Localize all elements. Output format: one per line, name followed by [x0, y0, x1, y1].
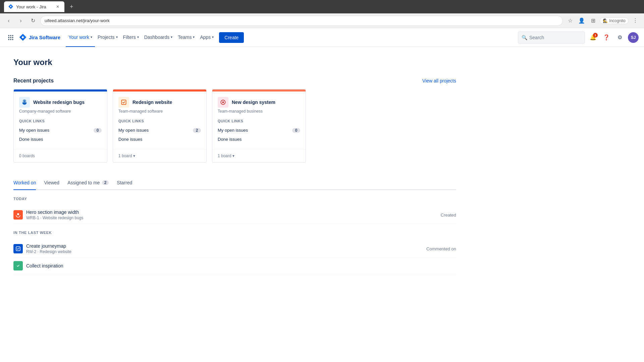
recent-projects-title: Recent projects [13, 78, 54, 84]
quick-link-open-issues-2[interactable]: My open issues 2 [118, 126, 201, 135]
browser-tab[interactable]: Your work - Jira ✕ [4, 1, 64, 12]
svg-rect-2 [12, 35, 13, 36]
project-card-body-1: Website redesign bugs Company-managed so… [14, 92, 107, 149]
work-item-icon-story [13, 261, 23, 270]
work-section-last-week: IN THE LAST WEEK Create journeymap RW-2 … [13, 231, 456, 274]
back-button[interactable]: ‹ [4, 16, 13, 25]
project-type-1: Company-managed software [19, 109, 102, 114]
extensions-button[interactable]: ⊞ [588, 16, 598, 25]
project-footer-1[interactable]: 0 boards [14, 149, 107, 162]
work-item-info-1: Hero section image width WRB-1 · Website… [26, 209, 441, 220]
svg-rect-4 [10, 37, 11, 38]
nav-item-teams-label: Teams [178, 35, 192, 40]
browser-toolbar: ‹ › ↻ uifeed.atlassian.net/jira/your-wor… [0, 13, 644, 28]
today-label: TODAY [13, 197, 456, 202]
incognito-icon: 🕵 [603, 18, 608, 23]
tab-close-button[interactable]: ✕ [55, 4, 60, 9]
url-text: uifeed.atlassian.net/jira/your-work [45, 18, 110, 23]
nav-item-filters[interactable]: Filters ▾ [120, 28, 142, 47]
nav-items: Your work ▾ Projects ▾ Filters ▾ Dashboa… [66, 28, 518, 47]
nav-logo[interactable]: Jira Software [19, 34, 60, 42]
project-icon-2 [118, 97, 129, 108]
project-name-1[interactable]: Website redesign bugs [33, 100, 85, 105]
project-icon-3 [218, 97, 228, 108]
nav-item-teams[interactable]: Teams ▾ [175, 28, 197, 47]
work-item-journeymap[interactable]: Create journeymap RW-2 · Redesign websit… [13, 240, 456, 258]
new-tab-button[interactable]: + [67, 3, 76, 10]
nav-item-apps-arrow: ▾ [212, 35, 214, 39]
search-placeholder: Search [529, 35, 544, 40]
quick-link-done-issues-1[interactable]: Done issues [19, 135, 102, 144]
work-item-hero-section[interactable]: Hero section image width WRB-1 · Website… [13, 206, 456, 224]
work-item-title-1: Hero section image width [26, 209, 441, 215]
tab-worked-on-label: Worked on [13, 180, 36, 185]
tab-title: Your work - Jira [16, 4, 46, 9]
view-all-projects-link[interactable]: View all projects [422, 78, 456, 83]
svg-rect-0 [8, 35, 9, 36]
menu-button[interactable]: ⋮ [631, 16, 640, 25]
project-footer-2[interactable]: 1 board ▾ [113, 149, 206, 162]
settings-button[interactable]: ⚙ [614, 32, 625, 43]
help-button[interactable]: ❓ [601, 32, 612, 43]
quick-link-text-2-1: Done issues [118, 137, 143, 142]
incognito-badge: 🕵 Incognito [600, 17, 629, 24]
svg-rect-8 [12, 39, 13, 40]
nav-item-apps[interactable]: Apps ▾ [197, 28, 216, 47]
notifications-button[interactable]: 🔔 1 [588, 32, 598, 43]
app-switcher-button[interactable] [5, 32, 16, 43]
tabs-section: Worked on Viewed Assigned to me 2 Starre… [13, 176, 456, 274]
project-footer-3[interactable]: 1 board ▾ [212, 149, 306, 162]
tab-assigned-to-me[interactable]: Assigned to me 2 [67, 176, 109, 190]
work-item-meta-1: WRB-1 · Website redesign bugs [26, 216, 441, 220]
top-nav: Jira Software Your work ▾ Projects ▾ Fil… [0, 28, 644, 47]
address-bar[interactable]: uifeed.atlassian.net/jira/your-work [40, 16, 563, 26]
nav-item-your-work-arrow: ▾ [91, 35, 92, 39]
profile-button[interactable]: 👤 [577, 16, 586, 25]
tab-starred[interactable]: Starred [117, 176, 132, 190]
work-item-info-3: Collect inspiration [26, 263, 456, 268]
work-item-title-2: Create journeymap [26, 243, 426, 249]
nav-item-dashboards[interactable]: Dashboards ▾ [142, 28, 175, 47]
project-title-row-1: Website redesign bugs [19, 97, 102, 108]
svg-rect-3 [8, 37, 9, 38]
project-name-2[interactable]: Redesign website [132, 100, 172, 105]
svg-rect-7 [10, 39, 11, 40]
work-item-action-1: Created [441, 213, 456, 218]
nav-item-projects-label: Projects [98, 35, 115, 40]
svg-rect-11 [121, 100, 126, 104]
nav-item-teams-arrow: ▾ [193, 35, 195, 39]
work-item-meta-2: RW-2 · Redesign website [26, 249, 426, 254]
tab-starred-label: Starred [117, 180, 132, 185]
quick-link-open-issues-1[interactable]: My open issues 0 [19, 126, 102, 135]
nav-item-your-work[interactable]: Your work ▾ [66, 28, 95, 47]
forward-button[interactable]: › [16, 16, 25, 25]
work-item-id-1: WRB-1 [26, 216, 39, 220]
quick-link-count-2-0: 2 [193, 128, 201, 133]
nav-item-apps-label: Apps [200, 35, 211, 40]
nav-item-filters-label: Filters [123, 35, 136, 40]
browser-chrome: Your work - Jira ✕ + [0, 0, 644, 13]
nav-item-projects[interactable]: Projects ▾ [95, 28, 120, 47]
svg-point-13 [222, 102, 224, 103]
work-item-collect-inspiration[interactable]: Collect inspiration [13, 258, 456, 274]
svg-point-14 [17, 213, 19, 215]
project-icon-1 [19, 97, 30, 108]
nav-item-dashboards-arrow: ▾ [171, 35, 172, 39]
reload-button[interactable]: ↻ [28, 16, 38, 25]
work-item-dot-1: · [40, 216, 43, 220]
tab-worked-on[interactable]: Worked on [13, 176, 36, 190]
tab-viewed[interactable]: Viewed [44, 176, 59, 190]
search-box[interactable]: 🔍 Search [518, 32, 585, 44]
app-container: Jira Software Your work ▾ Projects ▾ Fil… [0, 28, 644, 362]
quick-link-open-issues-3[interactable]: My open issues 0 [218, 126, 300, 135]
create-button[interactable]: Create [219, 32, 244, 43]
projects-grid: Website redesign bugs Company-managed so… [13, 89, 456, 163]
project-name-3[interactable]: New design system [232, 100, 275, 105]
avatar[interactable]: SJ [628, 32, 639, 43]
svg-rect-5 [12, 37, 13, 38]
bookmark-button[interactable]: ☆ [566, 16, 575, 25]
nav-item-your-work-label: Your work [68, 35, 89, 40]
quick-link-done-issues-2[interactable]: Done issues [118, 135, 201, 144]
quick-link-done-issues-3[interactable]: Done issues [218, 135, 300, 144]
quick-links-label-3: QUICK LINKS [218, 119, 300, 123]
